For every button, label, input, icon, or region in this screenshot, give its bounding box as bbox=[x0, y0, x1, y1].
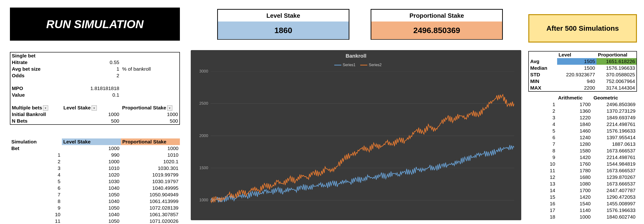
run-geom[interactable]: 1576.196633 bbox=[592, 207, 637, 213]
run-n[interactable]: 1 bbox=[528, 101, 557, 108]
run-arith[interactable]: 1780 bbox=[557, 167, 592, 174]
run-n[interactable]: 13 bbox=[528, 180, 557, 187]
table-cell[interactable]: 990 bbox=[62, 152, 121, 158]
table-cell[interactable]: 1040.49995 bbox=[121, 185, 180, 191]
odds-cell[interactable]: 2 bbox=[62, 72, 121, 79]
initial-prop-cell[interactable]: 1000 bbox=[121, 111, 180, 118]
run-arith[interactable]: 1280 bbox=[557, 141, 592, 147]
run-geom[interactable]: 1239.870267 bbox=[592, 174, 637, 180]
table-row[interactable]: 4 bbox=[10, 171, 62, 178]
hitrate-cell[interactable]: 0.55 bbox=[62, 59, 121, 66]
run-geom[interactable]: 1840.602740 bbox=[592, 213, 637, 220]
table-row[interactable]: 2 bbox=[10, 158, 62, 165]
stat-level[interactable]: 940 bbox=[557, 78, 596, 85]
avgbet-cell[interactable]: 1 bbox=[62, 66, 121, 72]
bet-level[interactable]: 1000 bbox=[62, 145, 121, 152]
run-n[interactable]: 11 bbox=[528, 167, 557, 174]
run-arith[interactable]: 1580 bbox=[557, 147, 592, 154]
stat-prop[interactable]: 1576.196633 bbox=[596, 65, 636, 71]
stat-level[interactable]: 220.9323677 bbox=[557, 71, 596, 78]
table-cell[interactable]: 1040 bbox=[62, 185, 121, 191]
run-n[interactable]: 6 bbox=[528, 134, 557, 141]
table-cell[interactable]: 1030.19797 bbox=[121, 178, 180, 185]
run-n[interactable]: 2 bbox=[528, 108, 557, 114]
bankroll-chart[interactable]: Bankroll Series1 Series2 100015002000250… bbox=[191, 50, 521, 220]
run-geom[interactable]: 1849.693749 bbox=[592, 114, 637, 121]
filter-dropdown-icon[interactable]: ▾ bbox=[43, 105, 48, 111]
table-cell[interactable]: 1050.904949 bbox=[121, 191, 180, 198]
run-n[interactable]: 16 bbox=[528, 200, 557, 207]
table-cell[interactable]: 1071.020026 bbox=[121, 218, 180, 224]
run-arith[interactable]: 1540 bbox=[557, 200, 592, 207]
stat-prop[interactable]: 752.0067964 bbox=[596, 78, 636, 85]
table-cell[interactable]: 1040 bbox=[62, 198, 121, 205]
run-n[interactable]: 4 bbox=[528, 121, 557, 128]
run-arith[interactable]: 1680 bbox=[557, 174, 592, 180]
run-n[interactable]: 8 bbox=[528, 147, 557, 154]
table-cell[interactable]: 1050 bbox=[62, 191, 121, 198]
run-geom[interactable]: 1673.666537 bbox=[592, 180, 637, 187]
table-cell[interactable]: 1072.028139 bbox=[121, 205, 180, 211]
run-arith[interactable]: 1700 bbox=[557, 187, 592, 194]
run-n[interactable]: 12 bbox=[528, 174, 557, 180]
run-n[interactable]: 17 bbox=[528, 207, 557, 213]
nbets-level-cell[interactable]: 500 bbox=[62, 118, 121, 124]
run-geom[interactable]: 1673.666537 bbox=[592, 147, 637, 154]
value-cell[interactable]: 0.1 bbox=[62, 92, 121, 98]
table-cell[interactable]: 1061.413999 bbox=[121, 198, 180, 205]
run-n[interactable]: 18 bbox=[528, 213, 557, 220]
table-cell[interactable]: 1040 bbox=[62, 211, 121, 218]
table-row[interactable]: 6 bbox=[10, 185, 62, 191]
stat-level[interactable]: 1505 bbox=[557, 58, 596, 65]
run-arith[interactable]: 1240 bbox=[557, 134, 592, 141]
run-arith[interactable]: 1420 bbox=[557, 194, 592, 200]
filter-dropdown-icon[interactable]: ▾ bbox=[167, 105, 172, 111]
filter-dropdown-icon[interactable]: ▾ bbox=[92, 105, 97, 111]
mpo-cell[interactable]: 1.818181818 bbox=[62, 85, 121, 92]
run-geom[interactable]: 2214.498761 bbox=[592, 154, 637, 161]
run-arith[interactable]: 1360 bbox=[557, 108, 592, 114]
table-cell[interactable]: 1050 bbox=[62, 205, 121, 211]
bet-prop[interactable]: 1000 bbox=[121, 145, 180, 152]
table-cell[interactable]: 1000 bbox=[62, 158, 121, 165]
run-arith[interactable]: 1460 bbox=[557, 128, 592, 134]
run-n[interactable]: 9 bbox=[528, 154, 557, 161]
table-cell[interactable]: 1020.1 bbox=[121, 158, 180, 165]
nbets-prop-cell[interactable]: 500 bbox=[121, 118, 180, 124]
run-arith[interactable]: 1080 bbox=[557, 180, 592, 187]
run-n[interactable]: 10 bbox=[528, 161, 557, 167]
run-simulation-button[interactable]: RUN SIMULATION bbox=[10, 8, 180, 41]
table-row[interactable]: 10 bbox=[10, 211, 62, 218]
run-n[interactable]: 5 bbox=[528, 128, 557, 134]
run-n[interactable]: 15 bbox=[528, 194, 557, 200]
table-row[interactable]: 7 bbox=[10, 191, 62, 198]
run-arith[interactable]: 1760 bbox=[557, 161, 592, 167]
run-arith[interactable]: 1000 bbox=[557, 213, 592, 220]
stat-prop[interactable]: 370.0588025 bbox=[596, 71, 636, 78]
run-geom[interactable]: 2496.850369 bbox=[592, 101, 637, 108]
table-cell[interactable]: 1019.99799 bbox=[121, 171, 180, 178]
table-cell[interactable]: 1010 bbox=[121, 152, 180, 158]
run-geom[interactable]: 1887.0613 bbox=[592, 141, 637, 147]
table-row[interactable]: 3 bbox=[10, 165, 62, 171]
run-arith[interactable]: 1700 bbox=[557, 101, 592, 108]
run-geom[interactable]: 1576.196633 bbox=[592, 128, 637, 134]
table-row[interactable]: 1 bbox=[10, 152, 62, 158]
table-cell[interactable]: 1061.307857 bbox=[121, 211, 180, 218]
run-geom[interactable]: 2447.407787 bbox=[592, 187, 637, 194]
table-cell[interactable]: 1010 bbox=[62, 165, 121, 171]
table-row[interactable]: 5 bbox=[10, 178, 62, 185]
stat-prop[interactable]: 1651.618226 bbox=[596, 58, 636, 65]
stat-level[interactable]: 2200 bbox=[557, 85, 596, 91]
run-geom[interactable]: 2214.498761 bbox=[592, 121, 637, 128]
run-n[interactable]: 3 bbox=[528, 114, 557, 121]
table-row[interactable]: 11 bbox=[10, 218, 62, 224]
run-geom[interactable]: 1455.008997 bbox=[592, 200, 637, 207]
stat-prop[interactable]: 3174.144304 bbox=[596, 85, 636, 91]
run-arith[interactable]: 1140 bbox=[557, 207, 592, 213]
run-arith[interactable]: 1220 bbox=[557, 114, 592, 121]
run-n[interactable]: 7 bbox=[528, 141, 557, 147]
initial-level-cell[interactable]: 1000 bbox=[62, 111, 121, 118]
table-cell[interactable]: 1020 bbox=[62, 171, 121, 178]
run-geom[interactable]: 1370.273129 bbox=[592, 108, 637, 114]
